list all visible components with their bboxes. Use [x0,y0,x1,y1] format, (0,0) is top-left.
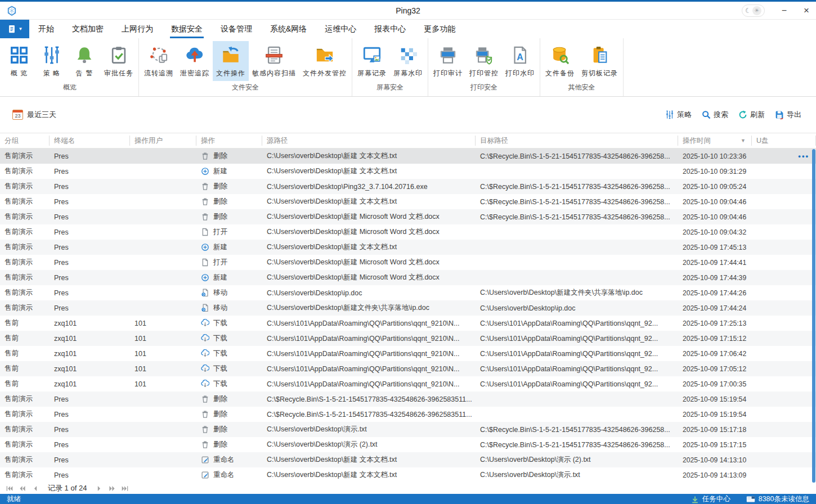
table-row[interactable]: 售前演示Pres重命名C:\Users\overb\Desktop\新建 文本文… [0,467,816,483]
cell-group: 售前演示 [0,242,50,252]
unread-messages-button[interactable]: 8380条未读信息 [746,494,809,504]
cell-group: 售前 [0,349,50,358]
ribbon-item-print-watermark[interactable]: A打印水印 [502,41,538,81]
file-menu-button[interactable]: ▼ [0,20,29,38]
table-row[interactable]: 售前演示Pres删除C:\Users\overb\Desktop\新建 文本文档… [0,148,816,164]
table-row[interactable]: 售前zxq101101下载C:\Users\101\AppData\Roamin… [0,376,816,392]
tab-system-network[interactable]: 系统&网络 [262,20,315,38]
ribbon-item-screen-record[interactable]: 屏幕记录 [354,41,390,81]
table-row[interactable]: 售前演示Pres删除C:\Users\overb\Desktop\Ping32_… [0,179,816,194]
ribbon-item-file-backup[interactable]: 文件备份 [542,41,578,81]
ribbon-item-label: 打印审计 [433,69,463,78]
table-row[interactable]: 售前演示Pres移动C:\Users\overb\Desktop\ip.docC… [0,285,816,300]
search-button[interactable]: 搜索 [702,110,728,120]
file-backup-icon [550,46,570,65]
cell-group: 售前演示 [0,425,50,434]
cell-operation: 打开 [196,258,262,267]
table-row[interactable]: 售前演示Pres重命名C:\Users\overb\Desktop\新建 文本文… [0,452,816,467]
table-row[interactable]: 售前演示Pres删除C:\$Recycle.Bin\S-1-5-21-15451… [0,392,816,407]
close-button[interactable]: × [804,6,809,15]
ribbon-item-print-audit[interactable]: 打印审计 [430,41,466,81]
column-header-usb[interactable]: U盘 [752,136,816,146]
column-header-terminal[interactable]: 终端名 [50,136,130,146]
minimize-button[interactable]: − [782,6,787,15]
page-prev-button[interactable] [32,485,39,492]
theme-toggle[interactable]: ☾ ☀ [742,4,765,17]
cell-terminal: Pres [50,259,130,267]
operation-label: 移动 [213,303,227,313]
table-row[interactable]: 售前zxq101101下载C:\Users\101\AppData\Roamin… [0,331,816,346]
operation-label: 删除 [213,440,227,449]
date-range-filter[interactable]: 23 最近三天 [12,110,56,120]
ribbon-item-policy[interactable]: 策 略 [35,41,68,81]
ribbon-item-alert[interactable]: 告 警 [68,41,101,81]
table-row[interactable]: 售前演示Pres删除C:\Users\overb\Desktop\演示 (2).… [0,437,816,452]
filter-caret-icon[interactable]: ▼ [741,138,746,143]
ribbon-item-clipboard-record[interactable]: 剪切板记录 [578,41,621,81]
task-center-button[interactable]: 任务中心 [691,494,730,504]
ribbon-item-screen-watermark[interactable]: 屏幕水印 [390,41,426,81]
refresh-icon [738,110,747,119]
ribbon-item-print-control[interactable]: 打印管控 [466,41,502,81]
row-more-button[interactable]: ••• [798,152,809,160]
export-button[interactable]: 导出 [775,110,801,120]
table-row[interactable]: 售前演示Pres删除C:\Users\overb\Desktop\新建 文本文档… [0,194,816,209]
tab-ops-center[interactable]: 运维中心 [317,20,364,38]
refresh-button[interactable]: 刷新 [738,110,765,120]
ribbon-item-label: 文件操作 [216,69,245,78]
tab-web-behavior[interactable]: 上网行为 [114,20,161,38]
cell-target-path: C:\Users\overb\Desktop\新建文件夹\共享落地\ip.doc [476,288,678,298]
table-row[interactable]: 售前演示Pres删除C:\Users\overb\Desktop\演示.txtC… [0,422,816,437]
ribbon-item-file-operation[interactable]: 文件操作 [213,41,249,81]
table-row[interactable]: 售前zxq101101下载C:\Users\101\AppData\Roamin… [0,346,816,361]
table-row[interactable]: 售前zxq101101下载C:\Users\101\AppData\Roamin… [0,361,816,376]
table-row[interactable]: 售前zxq101101下载C:\Users\101\AppData\Roamin… [0,316,816,331]
tab-start[interactable]: 开始 [30,20,62,38]
page-fast-next-button[interactable] [108,485,116,492]
column-label: U盘 [756,136,769,146]
table-row[interactable]: 售前演示Pres打开C:\Users\overb\Desktop\新建 Micr… [0,224,816,240]
column-header-group[interactable]: 分组 [0,136,50,146]
rename-icon [201,471,209,479]
column-header-user[interactable]: 操作用户 [130,136,196,146]
ribbon-item-sensitive-scan[interactable]: 敏感内容扫描 [249,41,299,81]
scrollbar-thumb[interactable] [812,149,815,483]
column-header-operation[interactable]: 操作 [196,136,262,146]
page-next-button[interactable] [95,485,103,492]
column-header-time[interactable]: 操作时间▼ [678,136,752,146]
table-row[interactable]: 售前演示Pres删除C:\$Recycle.Bin\S-1-5-21-15451… [0,407,816,422]
file-open-icon [201,228,209,236]
table-row[interactable]: 售前演示Pres移动C:\Users\overb\Desktop\新建文件夹\共… [0,300,816,316]
tab-report-center[interactable]: 报表中心 [366,20,414,38]
column-header-target-path[interactable]: 目标路径 [476,136,678,146]
column-header-source-path[interactable]: 源路径 [262,136,476,146]
page-last-button[interactable] [121,485,129,492]
page-first-button[interactable] [6,485,14,492]
cell-group: 售前 [0,318,50,328]
table-row[interactable]: 售前演示Pres新建C:\Users\overb\Desktop\新建 文本文档… [0,164,816,179]
cell-terminal: Pres [50,198,130,206]
ribbon-item-flow-trace[interactable]: 流转追溯 [141,41,177,81]
ribbon-item-approval-tasks[interactable]: 审批任务 [101,41,137,81]
alert-bell-icon [75,46,94,65]
rename-icon [201,456,209,464]
mail-icon [746,496,755,503]
export-icon [775,110,784,119]
table-row[interactable]: 售前演示Pres删除C:\Users\overb\Desktop\新建 Micr… [0,209,816,224]
table-row[interactable]: 售前演示Pres新建C:\Users\overb\Desktop\新建 Micr… [0,270,816,285]
cell-group: 售前演示 [0,303,50,313]
policy-button[interactable]: 策略 [665,110,692,120]
operation-label: 删除 [213,182,227,191]
tab-data-security[interactable]: 数据安全 [163,20,210,38]
sun-icon: ☀ [752,6,761,15]
tab-device-mgmt[interactable]: 设备管理 [213,20,260,38]
table-row[interactable]: 售前演示Pres打开C:\Users\overb\Desktop\新建 Micr… [0,255,816,270]
page-fast-prev-button[interactable] [19,485,26,492]
cell-terminal: Pres [50,228,130,236]
ribbon-item-overview[interactable]: 概 览 [3,41,35,81]
ribbon-item-file-outgoing[interactable]: 文件外发管控 [299,41,350,81]
table-row[interactable]: 售前演示Pres新建C:\Users\overb\Desktop\新建 文本文档… [0,240,816,255]
ribbon-item-leak-track[interactable]: 泄密追踪 [177,41,213,81]
tab-doc-encrypt[interactable]: 文档加密 [64,20,111,38]
tab-more-features[interactable]: 更多功能 [416,20,463,38]
